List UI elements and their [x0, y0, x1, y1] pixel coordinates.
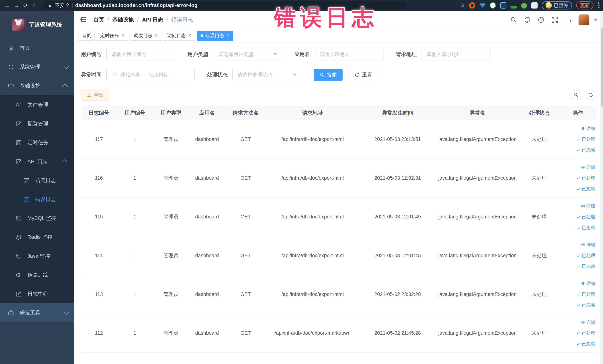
github-icon[interactable] [524, 16, 531, 23]
mark-processed-link[interactable]: 已处理 [576, 330, 595, 336]
export-button[interactable]: 导出 [81, 89, 109, 101]
process-status-select[interactable]: 请选择处理状态 [232, 69, 302, 81]
sidebar-item-config-management[interactable]: 配置管理 [0, 114, 74, 133]
sidebar-item-system[interactable]: 系统管理 [0, 58, 74, 76]
browser-update-button[interactable]: 更新 [576, 1, 593, 10]
sidebar-item-scheduled-jobs[interactable]: 定时任务 [0, 133, 74, 152]
refresh-table-button[interactable] [586, 90, 596, 100]
gear-icon [8, 64, 14, 70]
search-button[interactable]: 搜索 [314, 69, 343, 81]
sidebar-item-redis-monitor[interactable]: Redis 监控 [0, 228, 74, 247]
avatar-caret-icon[interactable] [594, 19, 597, 21]
mark-processed-link[interactable]: 已处理 [576, 136, 595, 142]
user-avatar[interactable] [579, 14, 589, 25]
extension-on-badge-icon[interactable] [510, 2, 517, 9]
breadcrumb-infrastructure[interactable]: 基础设施 [112, 16, 134, 23]
app-name-input[interactable]: 请输入应用名 [315, 48, 384, 60]
tab-schedule-log[interactable]: 调度日志✕ [130, 31, 161, 41]
sidebar-item-trace[interactable]: 链路追踪 [0, 266, 74, 284]
extension-icon[interactable] [479, 2, 486, 9]
help-icon[interactable] [537, 16, 545, 23]
mark-ignored-link[interactable]: 已忽略 [576, 147, 595, 153]
browser-back-icon[interactable]: ← [3, 2, 11, 9]
close-icon[interactable]: ✕ [226, 33, 230, 38]
profile-chip[interactable]: 已暂停 [542, 1, 572, 10]
mark-ignored-link[interactable]: 已忽略 [576, 186, 595, 192]
sidebar-item-error-log[interactable]: 错误日志 [0, 190, 74, 209]
sidebar-toggle-icon[interactable] [80, 16, 87, 24]
check-icon [576, 225, 581, 230]
sidebar-logo[interactable]: 芋道管理系统 [0, 11, 74, 39]
tab-error-log[interactable]: 错误日志✕ [197, 31, 233, 41]
mark-ignored-link[interactable]: 已忽略 [576, 263, 595, 269]
edit-icon [23, 177, 30, 184]
cell-exception-name: java.lang.IllegalArgumentException [436, 120, 519, 159]
tab-access-log[interactable]: 访问日志✕ [164, 31, 195, 41]
mark-processed-link[interactable]: 已处理 [576, 253, 595, 258]
sidebar-item-log-center[interactable]: 日志中心 [0, 284, 74, 303]
browser-forward-icon[interactable]: → [13, 2, 20, 9]
close-icon[interactable]: ✕ [121, 33, 124, 38]
browser-scrollbar[interactable] [600, 11, 603, 364]
mark-processed-link[interactable]: 已处理 [576, 175, 595, 181]
detail-link[interactable]: 详细 [581, 203, 595, 209]
monitor-icon [8, 83, 14, 89]
cell-exception-time: 2021-05-03 12:02:31 [359, 159, 436, 198]
extension-icon[interactable] [490, 2, 496, 9]
toggle-search-button[interactable] [571, 90, 581, 100]
sidebar-item-java-monitor[interactable]: Java 监控 [0, 247, 74, 266]
cell-user-id: 1 [117, 159, 153, 198]
user-type-select[interactable]: 请选择用户类型 [213, 48, 282, 60]
user-id-input[interactable]: 请输入用户编号 [106, 48, 175, 60]
detail-link[interactable]: 详细 [581, 242, 595, 248]
browser-reload-icon[interactable]: ⟳ [22, 2, 29, 9]
tab-scheduled-jobs[interactable]: 定时任务✕ [97, 31, 128, 41]
cell-user-type: 管理员 [153, 159, 189, 198]
edit-icon [16, 158, 22, 165]
reset-button[interactable]: 重置 [349, 69, 378, 81]
breadcrumb-api-log[interactable]: API 日志 [142, 16, 163, 23]
edit-icon [16, 291, 22, 297]
header-search-icon[interactable] [510, 16, 517, 23]
detail-link[interactable]: 详细 [581, 126, 595, 131]
close-icon[interactable]: ✕ [188, 33, 191, 38]
fullscreen-icon[interactable] [551, 16, 558, 23]
sidebar-item-infrastructure[interactable]: 基础设施 [0, 76, 74, 95]
breadcrumb-home[interactable]: 首页 [93, 16, 104, 23]
mark-ignored-link[interactable]: 已忽略 [576, 341, 595, 347]
mark-processed-link[interactable]: 已处理 [576, 291, 595, 297]
puzzle-extensions-icon[interactable] [531, 2, 538, 9]
security-label: 不安全 [55, 2, 70, 9]
sidebar-item-mysql-monitor[interactable]: MySQL 监控 [0, 209, 74, 228]
sidebar-item-home[interactable]: 首页 [0, 39, 74, 58]
exception-time-range-picker[interactable]: 开始日期 - 结束日期 [106, 69, 195, 81]
extension-icon[interactable] [500, 2, 506, 9]
scrollbar-thumb[interactable] [601, 27, 603, 107]
logo-image [12, 19, 24, 31]
extension-icon[interactable] [521, 2, 527, 9]
error-log-table-body: 117 1 管理员 dashboard GET /api/infra/db-do… [81, 120, 596, 352]
font-size-icon[interactable] [565, 16, 572, 23]
cell-exception-name: java.lang.IllegalArgumentException [436, 236, 519, 275]
detail-link[interactable]: 详细 [581, 164, 595, 170]
sidebar-item-access-log[interactable]: 访问日志 [0, 171, 74, 190]
eye-icon [581, 126, 585, 131]
detail-link[interactable]: 详细 [581, 281, 595, 286]
browser-menu-icon[interactable]: ••• [598, 2, 600, 9]
sidebar-item-dev-tools[interactable]: 研发工具 [0, 303, 74, 322]
sidebar-item-api-log[interactable]: API 日志 [0, 152, 74, 171]
close-icon[interactable]: ✕ [154, 33, 158, 38]
eye-icon [16, 272, 22, 278]
extension-icon[interactable] [469, 2, 475, 9]
mark-processed-link[interactable]: 已处理 [576, 214, 595, 220]
mark-ignored-link[interactable]: 已忽略 [576, 302, 595, 308]
request-url-input[interactable]: 请输入请求地址 [421, 48, 490, 60]
cell-exception-time: 2021-05-03 23:13:51 [359, 120, 436, 159]
detail-link[interactable]: 详细 [581, 319, 595, 325]
bookmark-star-icon[interactable]: ☆ [460, 2, 465, 9]
tab-home[interactable]: 首页 [78, 31, 94, 41]
browser-home-icon[interactable]: ⌂ [31, 2, 39, 9]
cell-app-name: dashboard [189, 159, 225, 198]
sidebar-item-file-management[interactable]: 文件管理 [0, 95, 74, 114]
mark-ignored-link[interactable]: 已忽略 [576, 224, 595, 231]
